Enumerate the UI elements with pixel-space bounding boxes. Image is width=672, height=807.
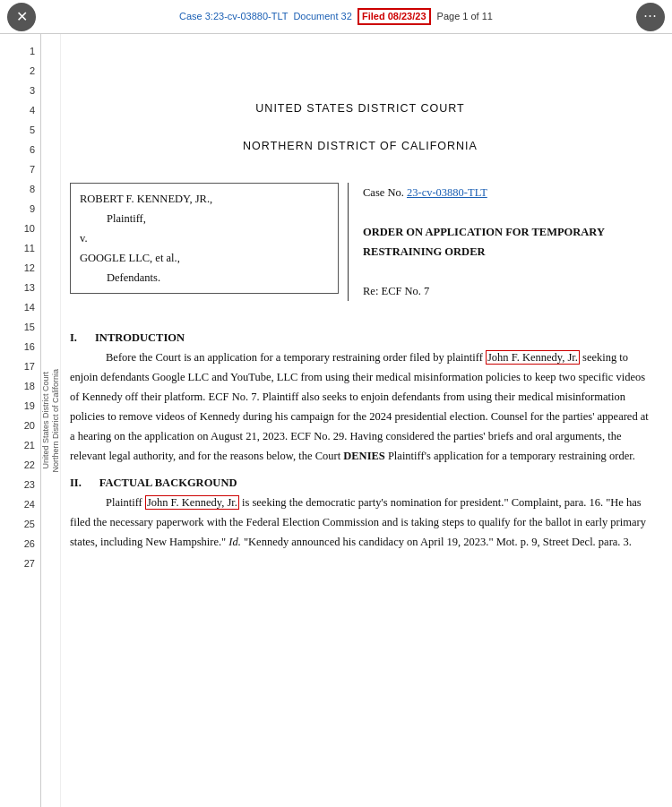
introduction-paragraph: Before the Court is an application for a… (70, 348, 650, 466)
line-1: 1 (30, 41, 35, 61)
main-area: 1 2 3 4 5 6 7 8 9 10 11 12 13 14 15 16 1… (0, 34, 672, 807)
section1-heading-line: I. INTRODUCTION (70, 324, 650, 348)
versus: v. (80, 228, 329, 248)
line-9: 9 (30, 199, 35, 219)
section2-title: FACTUAL BACKGROUND (99, 473, 237, 493)
filed-badge: Filed 08/23/23 (358, 8, 431, 24)
line-23: 23 (24, 475, 35, 494)
line-24: 24 (24, 494, 35, 514)
line-numbers: 1 2 3 4 5 6 7 8 9 10 11 12 13 14 15 16 1… (0, 34, 41, 807)
case-number-label: Case 3:23-cv-03880-TLT (179, 11, 288, 21)
line-14: 14 (24, 297, 35, 317)
document-header: Case 3:23-cv-03880-TLT Document 32 Filed… (179, 8, 493, 24)
plaintiff-name-highlight-bottom: John F. Kennedy, Jr. (145, 495, 239, 510)
top-bar: ✕ Case 3:23-cv-03880-TLT Document 32 Fil… (0, 0, 672, 34)
close-button[interactable]: ✕ (7, 3, 36, 31)
page-info: Page 1 of 11 (437, 11, 493, 21)
case-parties-left: ROBERT F. KENNEDY, JR., Plaintiff, v. GO… (70, 183, 349, 301)
id-citation: Id. (228, 536, 241, 548)
line-4: 4 (30, 100, 35, 120)
plaintiff-name-highlight-top: John F. Kennedy, Jr. (486, 350, 580, 365)
line-2: 2 (30, 61, 35, 81)
court-name-line1: UNITED STATES DISTRICT COURT (70, 99, 650, 118)
defendant-label: Defendants. (107, 268, 329, 288)
plaintiff-label: Plaintiff, (107, 209, 329, 228)
line-21: 21 (24, 435, 35, 455)
section1-title: INTRODUCTION (95, 328, 185, 348)
line-25: 25 (24, 514, 35, 534)
case-right-info: Case No. 23-cv-03880-TLT ORDER ON APPLIC… (349, 183, 650, 301)
line-6: 6 (30, 140, 35, 159)
case-no-label: Case No. (363, 186, 404, 199)
line-10: 10 (24, 219, 35, 238)
re-ecf: Re: ECF No. 7 (363, 281, 650, 301)
sidebar-court-label: United States District CourtNorthern Dis… (41, 34, 61, 807)
document-content: UNITED STATES DISTRICT COURT NORTHERN DI… (61, 34, 672, 807)
document-number-label: Document 32 (293, 11, 351, 21)
line-18: 18 (24, 376, 35, 396)
factual-background-paragraph: Plaintiff John F. Kennedy, Jr. is seekin… (70, 493, 650, 552)
line-22: 22 (24, 455, 35, 475)
line-27: 27 (24, 554, 35, 573)
section2-heading-line: II. FACTUAL BACKGROUND (70, 469, 650, 493)
more-icon: ··· (644, 9, 658, 25)
line-8: 8 (30, 179, 35, 199)
more-options-button[interactable]: ··· (636, 3, 665, 31)
plaintiff-name: ROBERT F. KENNEDY, JR., (80, 189, 329, 209)
court-header: UNITED STATES DISTRICT COURT NORTHERN DI… (70, 41, 650, 156)
case-number-block: Case No. 23-cv-03880-TLT (363, 183, 650, 202)
line-12: 12 (24, 258, 35, 278)
line-7: 7 (30, 159, 35, 179)
line-17: 17 (24, 356, 35, 376)
line-26: 26 (24, 534, 35, 554)
line-5: 5 (30, 120, 35, 140)
section2-num: II. (70, 473, 82, 493)
line-11: 11 (24, 238, 35, 258)
line-15: 15 (24, 317, 35, 337)
line-3: 3 (30, 81, 35, 100)
close-icon: ✕ (16, 8, 28, 25)
section1-num: I. (70, 328, 77, 348)
sidebar-court-text: United States District CourtNorthern Dis… (41, 369, 61, 473)
case-info-block: ROBERT F. KENNEDY, JR., Plaintiff, v. GO… (70, 183, 650, 301)
line-19: 19 (24, 396, 35, 416)
parties-box: ROBERT F. KENNEDY, JR., Plaintiff, v. GO… (70, 183, 339, 294)
line-16: 16 (24, 337, 35, 356)
defendant-name: GOOGLE LLC, et al., (80, 248, 329, 268)
court-name-line2: NORTHERN DISTRICT OF CALIFORNIA (70, 136, 650, 156)
line-20: 20 (24, 416, 35, 435)
case-no-link[interactable]: 23-cv-03880-TLT (407, 186, 487, 199)
line-13: 13 (24, 278, 35, 297)
denies-text: DENIES (343, 450, 385, 462)
order-title: ORDER ON APPLICATION FOR TEMPORARY RESTR… (363, 222, 650, 262)
